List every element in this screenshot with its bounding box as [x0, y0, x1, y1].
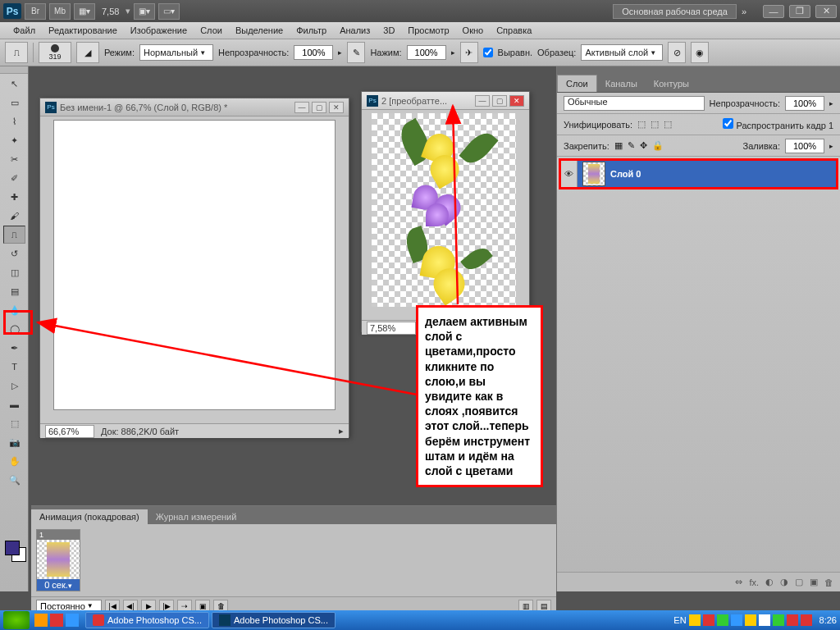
layer-mask-icon[interactable]: ◐: [765, 577, 774, 587]
taskbar-task-2[interactable]: Adobe Photoshop CS...: [212, 612, 336, 628]
menu-help[interactable]: Справка: [490, 25, 538, 35]
document-window-1[interactable]: Ps Без имени-1 @ 66,7% (Слой 0, RGB/8) *…: [39, 98, 349, 437]
menu-analysis[interactable]: Анализ: [333, 25, 377, 35]
new-layer-icon[interactable]: ▣: [810, 577, 818, 587]
ignore-adj-icon[interactable]: ⊘: [668, 42, 686, 63]
visibility-toggle[interactable]: 👁: [561, 161, 578, 187]
tray-icon[interactable]: [731, 614, 742, 626]
brush-panel-toggle[interactable]: ◢: [76, 42, 99, 63]
lock-all-icon[interactable]: 🔒: [652, 140, 664, 151]
minibridge-button[interactable]: Mb: [49, 3, 71, 20]
menu-file[interactable]: Файл: [7, 25, 42, 35]
layer-thumbnail[interactable]: [582, 162, 605, 186]
layer-opacity-input[interactable]: [785, 96, 824, 111]
close-button[interactable]: ✕: [815, 5, 837, 18]
menu-view[interactable]: Просмотр: [401, 25, 455, 35]
layer-name[interactable]: Слой 0: [610, 169, 641, 179]
ql-icon[interactable]: [66, 614, 79, 627]
tray-icon[interactable]: [717, 614, 728, 626]
menu-filter[interactable]: Фильтр: [290, 25, 333, 35]
tray-icon[interactable]: [759, 614, 770, 626]
eyedropper-tool[interactable]: ✐: [3, 169, 25, 187]
doc1-maximize[interactable]: ▢: [312, 102, 326, 113]
language-indicator[interactable]: EN: [673, 615, 686, 625]
start-button[interactable]: [3, 611, 30, 629]
tray-icon[interactable]: [773, 614, 784, 626]
group-icon[interactable]: ▢: [795, 577, 803, 587]
adj-layer-icon[interactable]: ◑: [780, 577, 788, 587]
menu-image[interactable]: Изображение: [124, 25, 194, 35]
lasso-tool[interactable]: ⌇: [3, 112, 25, 130]
tab-measurements[interactable]: Журнал измерений: [148, 509, 245, 524]
doc1-close[interactable]: ✕: [329, 102, 344, 113]
stamp-tool[interactable]: ⎍: [3, 226, 25, 244]
healing-tool[interactable]: ✚: [3, 188, 25, 206]
tray-avira-icon[interactable]: [801, 614, 812, 626]
3d-camera-tool[interactable]: 📷: [3, 433, 25, 451]
zoom-tool[interactable]: 🔍: [3, 471, 25, 489]
lock-trans-icon[interactable]: ▦: [614, 140, 623, 151]
blend-mode-select[interactable]: Обычные: [564, 96, 705, 111]
unify-visibility-icon[interactable]: ⬚: [651, 119, 659, 130]
doc2-zoom[interactable]: 7,58%: [367, 322, 416, 335]
delete-layer-icon[interactable]: 🗑: [824, 578, 833, 587]
tray-icon[interactable]: [703, 614, 714, 626]
frame-delay[interactable]: 0 сек.▾: [37, 579, 80, 591]
lock-pixels-icon[interactable]: ✎: [628, 140, 635, 151]
gradient-tool[interactable]: ▤: [3, 282, 25, 300]
pen-tool[interactable]: ✒: [3, 339, 25, 357]
history-brush-tool[interactable]: ↺: [3, 244, 25, 262]
ql-icon[interactable]: [50, 614, 63, 627]
ql-icon[interactable]: [34, 614, 48, 627]
document-window-2[interactable]: Ps 2 [преобратте... — ▢ ✕: [361, 91, 530, 332]
type-tool[interactable]: T: [3, 358, 25, 376]
marquee-tool[interactable]: ▭: [3, 94, 25, 112]
aligned-checkbox[interactable]: [483, 48, 493, 57]
layer-item-0[interactable]: 👁 Слой 0: [559, 158, 838, 189]
blend-mode-select[interactable]: Нормальный▼: [139, 44, 213, 61]
tray-icon[interactable]: [745, 614, 756, 626]
tab-animation[interactable]: Анимация (покадровая): [31, 509, 148, 524]
menu-3d[interactable]: 3D: [377, 25, 401, 35]
tray-icon[interactable]: [787, 614, 798, 626]
link-layers-icon[interactable]: ⇔: [735, 577, 742, 587]
shape-tool[interactable]: ▬: [3, 395, 25, 413]
path-tool[interactable]: ▷: [3, 377, 25, 395]
eraser-tool[interactable]: ◫: [3, 263, 25, 281]
doc2-close[interactable]: ✕: [509, 95, 524, 107]
animation-frame-1[interactable]: 1 0 сек.▾: [36, 529, 80, 591]
airbrush-icon[interactable]: ✈: [460, 42, 478, 63]
flow-input[interactable]: [407, 45, 446, 60]
minimize-button[interactable]: —: [763, 5, 784, 18]
tool-preset-icon[interactable]: ⎍: [5, 42, 28, 63]
bridge-button[interactable]: Br: [25, 3, 46, 20]
clock[interactable]: 8:26: [819, 615, 837, 625]
view-extras-button[interactable]: ▦▾: [74, 3, 95, 20]
tab-layers[interactable]: Слои: [557, 75, 597, 92]
tab-paths[interactable]: Контуры: [646, 75, 697, 92]
menu-edit[interactable]: Редактирование: [42, 25, 124, 35]
lock-position-icon[interactable]: ✥: [640, 140, 647, 151]
sample-select[interactable]: Активный слой▼: [581, 44, 663, 61]
workspace-switcher[interactable]: Основная рабочая среда: [613, 4, 737, 19]
opacity-input[interactable]: [294, 45, 333, 60]
propagate-checkbox[interactable]: [723, 118, 733, 129]
layer-fx-icon[interactable]: fx.: [749, 578, 759, 587]
unify-position-icon[interactable]: ⬚: [637, 119, 646, 130]
doc1-zoom[interactable]: 66,67%: [45, 425, 94, 438]
tab-channels[interactable]: Каналы: [597, 75, 646, 92]
doc1-minimize[interactable]: —: [294, 102, 309, 113]
menu-select[interactable]: Выделение: [229, 25, 290, 35]
crop-tool[interactable]: ✂: [3, 150, 25, 168]
fill-input[interactable]: [785, 139, 824, 153]
arrange-button[interactable]: ▣▾: [134, 3, 155, 20]
wand-tool[interactable]: ✦: [3, 131, 25, 149]
tray-icon[interactable]: [689, 614, 701, 626]
brush-tool[interactable]: 🖌: [3, 207, 25, 225]
doc2-canvas[interactable]: [372, 113, 516, 307]
move-tool[interactable]: ↖: [3, 75, 25, 93]
menu-window[interactable]: Окно: [456, 25, 491, 35]
doc2-titlebar[interactable]: Ps 2 [преобратте... — ▢ ✕: [362, 92, 529, 110]
pressure-opacity-icon[interactable]: ✎: [347, 42, 365, 63]
taskbar-task-1[interactable]: Adobe Photoshop CS...: [85, 612, 209, 628]
